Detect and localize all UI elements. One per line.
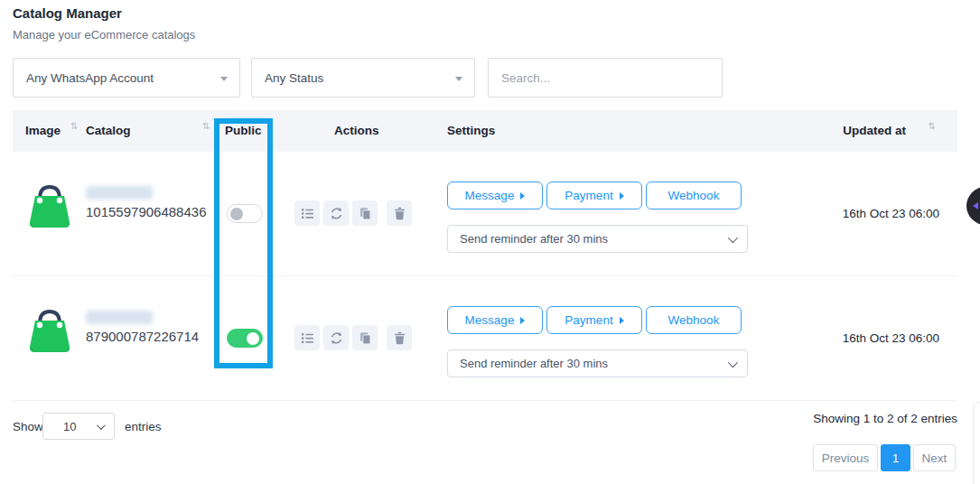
payment-button-label: Payment	[565, 313, 612, 327]
duplicate-button[interactable]	[352, 200, 378, 226]
entries-summary: Showing 1 to 2 of 2 entries	[813, 412, 957, 425]
dropdown-arrow-icon	[520, 317, 525, 324]
edge-panel-partial	[973, 402, 980, 484]
chevron-down-icon	[728, 232, 738, 242]
reminder-select[interactable]: Send reminder after 30 mins	[447, 225, 748, 253]
shopping-bag-icon	[25, 309, 74, 356]
sort-icon[interactable]: ⇅	[202, 117, 210, 135]
delete-button[interactable]	[387, 200, 412, 226]
shopping-bag-icon	[25, 184, 74, 231]
page-size-value: 10	[63, 420, 76, 433]
sort-icon[interactable]: ⇅	[70, 117, 78, 135]
show-label: Show	[13, 420, 43, 433]
page-size-select[interactable]: 10	[42, 413, 115, 440]
message-button-label: Message	[465, 189, 515, 202]
message-button[interactable]: Message	[447, 306, 543, 334]
table-row: 1015597906488436	[13, 152, 957, 276]
message-button[interactable]: Message	[447, 182, 543, 209]
sync-button[interactable]	[323, 200, 349, 226]
whatsapp-account-select[interactable]: Any WhatsApp Account	[13, 58, 240, 98]
dropdown-arrow-icon	[620, 192, 624, 200]
copy-icon	[359, 207, 372, 220]
table-header-row: Image ⇅ Catalog ⇅ Public Actions Setting…	[13, 110, 957, 152]
column-header-settings: Settings	[447, 110, 495, 152]
column-header-catalog[interactable]: Catalog	[86, 110, 131, 152]
reminder-select-value: Send reminder after 30 mins	[460, 232, 608, 246]
catalog-name-redacted	[86, 186, 153, 200]
updated-at: 16th Oct 23 06:00	[843, 331, 939, 345]
caret-down-icon	[455, 77, 462, 81]
previous-page-button[interactable]: Previous	[813, 444, 878, 471]
list-details-button[interactable]	[294, 200, 320, 226]
next-page-button[interactable]: Next	[913, 444, 956, 471]
trash-icon	[393, 331, 406, 345]
list-details-button[interactable]	[294, 325, 320, 350]
updated-at: 16th Oct 23 06:00	[843, 207, 939, 220]
webhook-button-label: Webhook	[668, 313, 720, 327]
payment-button[interactable]: Payment	[546, 306, 642, 334]
status-select-value: Any Status	[265, 71, 323, 85]
toggle-knob	[230, 208, 243, 220]
search-input[interactable]	[488, 58, 723, 98]
public-toggle[interactable]	[227, 204, 263, 223]
catalog-manager-page: Catalog Manager Manage your eCommerce ca…	[0, 0, 980, 484]
dropdown-arrow-icon	[520, 192, 525, 200]
whatsapp-account-select-value: Any WhatsApp Account	[26, 71, 154, 85]
list-icon	[301, 207, 314, 220]
toggle-knob	[247, 332, 259, 345]
payment-button[interactable]: Payment	[546, 182, 642, 209]
arrow-left-icon	[973, 202, 978, 209]
catalog-id: 1015597906488436	[86, 204, 206, 219]
dropdown-arrow-icon	[620, 317, 624, 324]
status-select[interactable]: Any Status	[251, 58, 475, 98]
column-header-actions: Actions	[334, 110, 379, 152]
refresh-icon	[330, 207, 343, 220]
delete-button[interactable]	[387, 325, 412, 350]
list-icon	[301, 331, 314, 345]
webhook-button[interactable]: Webhook	[646, 306, 742, 334]
page-1-button[interactable]: 1	[881, 444, 910, 471]
sort-icon[interactable]: ⇅	[929, 117, 936, 135]
chevron-down-icon	[97, 421, 106, 430]
column-header-public[interactable]: Public	[225, 110, 262, 152]
catalog-name-redacted	[86, 311, 153, 324]
page-title: Catalog Manager	[13, 5, 122, 21]
payment-button-label: Payment	[565, 189, 612, 202]
entries-label: entries	[125, 420, 162, 433]
column-header-image[interactable]: Image	[25, 110, 61, 152]
catalog-id: 879000787226714	[86, 329, 199, 344]
trash-icon	[393, 207, 406, 220]
webhook-button-label: Webhook	[668, 189, 720, 202]
chevron-down-icon	[728, 357, 738, 367]
public-toggle[interactable]	[227, 329, 263, 348]
refresh-icon	[330, 331, 343, 345]
duplicate-button[interactable]	[352, 325, 378, 350]
sync-button[interactable]	[323, 325, 349, 350]
copy-icon	[359, 331, 372, 345]
caret-down-icon	[220, 77, 228, 81]
page-subtitle: Manage your eCommerce catalogs	[13, 28, 195, 42]
table-row: 879000787226714	[13, 276, 957, 401]
webhook-button[interactable]: Webhook	[646, 182, 742, 209]
column-header-updated-at[interactable]: Updated at	[843, 110, 906, 152]
floating-helper-button[interactable]	[966, 187, 980, 225]
reminder-select[interactable]: Send reminder after 30 mins	[447, 349, 748, 377]
message-button-label: Message	[465, 313, 515, 327]
reminder-select-value: Send reminder after 30 mins	[460, 357, 608, 370]
